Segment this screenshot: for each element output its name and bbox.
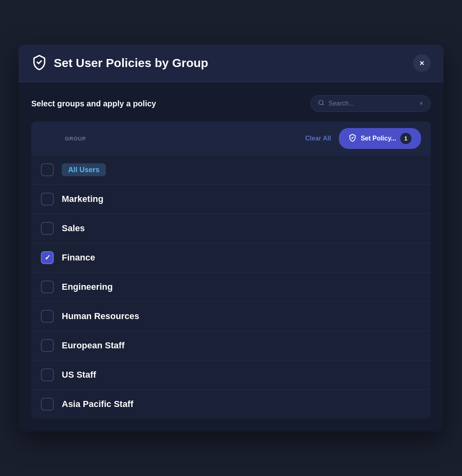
- checkbox-asia-pacific-staff[interactable]: [41, 398, 54, 411]
- group-item-marketing[interactable]: Marketing: [31, 185, 431, 214]
- group-name-sales: Sales: [62, 223, 85, 234]
- svg-line-1: [322, 104, 324, 105]
- modal-title: Set User Policies by Group: [54, 56, 208, 70]
- checkbox-european-staff[interactable]: [41, 339, 54, 352]
- group-item-all-users[interactable]: All Users: [31, 155, 431, 185]
- subtitle: Select groups and apply a policy: [31, 99, 156, 108]
- checkbox-engineering[interactable]: [41, 281, 54, 293]
- svg-point-0: [319, 100, 323, 105]
- group-name-marketing: Marketing: [62, 194, 103, 204]
- group-item-european-staff[interactable]: European Staff: [31, 331, 431, 360]
- group-item-engineering[interactable]: Engineering: [31, 273, 431, 302]
- modal-container: Set User Policies by Group × Select grou…: [18, 45, 444, 431]
- group-column-label: GROUP: [65, 136, 86, 142]
- group-name-finance: Finance: [62, 252, 95, 263]
- modal-header: Set User Policies by Group ×: [18, 45, 444, 82]
- checkbox-human-resources[interactable]: [41, 310, 54, 323]
- close-icon: ×: [419, 59, 424, 68]
- group-name-human-resources: Human Resources: [62, 311, 139, 321]
- table-header: GROUP Clear All Set Policy... 1: [31, 122, 431, 155]
- clear-all-button[interactable]: Clear All: [305, 135, 331, 142]
- checkbox-finance[interactable]: [41, 251, 54, 264]
- group-item-human-resources[interactable]: Human Resources: [31, 302, 431, 331]
- set-policy-label: Set Policy...: [361, 135, 396, 142]
- search-input[interactable]: [328, 100, 415, 107]
- search-icon: [318, 100, 324, 108]
- group-item-asia-pacific-staff[interactable]: Asia Pacific Staff: [31, 390, 431, 419]
- group-list: All UsersMarketingSalesFinanceEngineerin…: [31, 155, 431, 419]
- group-table: GROUP Clear All Set Policy... 1: [31, 122, 431, 419]
- group-name-engineering: Engineering: [62, 282, 113, 292]
- group-name-us-staff: US Staff: [62, 370, 96, 380]
- all-users-tag: All Users: [62, 163, 106, 176]
- group-name-asia-pacific-staff: Asia Pacific Staff: [62, 399, 134, 409]
- clear-search-icon: ×: [419, 100, 423, 107]
- clear-search-button[interactable]: ×: [419, 100, 423, 107]
- checkbox-us-staff[interactable]: [41, 368, 54, 381]
- checkbox-sales[interactable]: [41, 222, 54, 235]
- search-box: ×: [310, 95, 431, 112]
- group-name-all-users: All Users: [62, 166, 106, 174]
- group-item-us-staff[interactable]: US Staff: [31, 360, 431, 390]
- close-button[interactable]: ×: [413, 54, 431, 72]
- group-item-finance[interactable]: Finance: [31, 243, 431, 273]
- modal-body: Select groups and apply a policy × GROUP: [18, 82, 444, 431]
- set-policy-button[interactable]: Set Policy... 1: [339, 128, 421, 149]
- group-name-european-staff: European Staff: [62, 340, 124, 351]
- shield-icon: [31, 54, 47, 72]
- checkbox-marketing[interactable]: [41, 193, 54, 205]
- checkbox-all-users[interactable]: [41, 163, 54, 176]
- set-policy-check-icon: [349, 134, 357, 144]
- group-item-sales[interactable]: Sales: [31, 214, 431, 243]
- selected-count-badge: 1: [400, 133, 411, 144]
- header-actions: Clear All Set Policy... 1: [305, 128, 421, 149]
- header-left: Set User Policies by Group: [31, 54, 208, 72]
- search-row: Select groups and apply a policy ×: [31, 95, 431, 112]
